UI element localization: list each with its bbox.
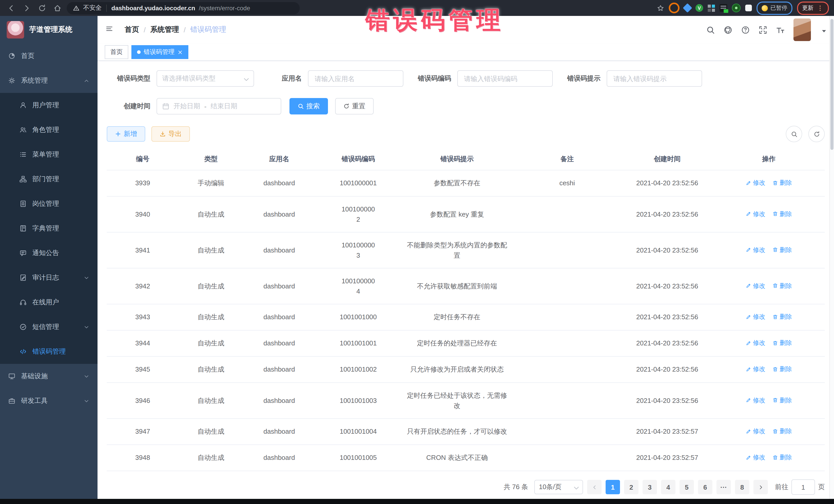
font-size-icon[interactable] xyxy=(776,25,785,34)
sidebar-item-notice[interactable]: 通知公告 xyxy=(0,241,97,265)
chevron-left-icon xyxy=(592,484,597,490)
prev-page-button[interactable] xyxy=(587,480,601,494)
delete-link[interactable]: 删除 xyxy=(772,365,792,374)
export-button[interactable]: 导出 xyxy=(151,126,190,141)
sidebar-item-dict[interactable]: 字典管理 xyxy=(0,216,97,241)
window-scrollbar[interactable] xyxy=(829,16,834,499)
paused-extension-badge[interactable]: 已暂停 xyxy=(756,1,792,15)
tab-close-icon[interactable] xyxy=(178,49,183,54)
dashboard-icon xyxy=(8,52,15,60)
refresh-table-button[interactable] xyxy=(808,126,825,142)
extension-grid-icon[interactable] xyxy=(708,4,715,12)
page-size-select[interactable]: 10条/页 xyxy=(534,480,583,494)
extension-ring-icon[interactable] xyxy=(669,3,680,13)
cell-id: 3942 xyxy=(107,268,179,304)
browser-back-icon[interactable] xyxy=(7,4,15,12)
browser-update-button[interactable]: 更新 xyxy=(797,1,829,15)
page-button-2[interactable]: 2 xyxy=(624,480,638,494)
edit-link[interactable]: 修改 xyxy=(746,395,765,405)
delete-link[interactable]: 删除 xyxy=(772,426,792,436)
breadcrumb-system[interactable]: 系统管理 xyxy=(150,25,179,35)
sidebar-item-online-user[interactable]: 在线用户 xyxy=(0,290,97,314)
edit-link[interactable]: 修改 xyxy=(746,209,765,218)
edit-link[interactable]: 修改 xyxy=(746,338,765,348)
toggle-search-button[interactable] xyxy=(786,126,802,142)
page-button-5[interactable]: 5 xyxy=(680,480,694,494)
page-button-1[interactable]: 1 xyxy=(606,480,620,494)
edit-link[interactable]: 修改 xyxy=(746,426,765,436)
extension-gem-icon[interactable] xyxy=(683,3,692,13)
sidebar-item-post[interactable]: 岗位管理 xyxy=(0,192,97,216)
breadcrumb-home[interactable]: 首页 xyxy=(125,25,139,35)
goto-page-input[interactable] xyxy=(791,479,815,495)
edit-link[interactable]: 修改 xyxy=(746,453,765,462)
sidebar-item-dev-tools[interactable]: 研发工具 xyxy=(0,389,97,413)
delete-link[interactable]: 删除 xyxy=(772,453,792,462)
cell-memo xyxy=(513,419,621,445)
hamburger-icon[interactable] xyxy=(106,25,115,35)
tab-home[interactable]: 首页 xyxy=(105,45,128,59)
extension-green-v-icon[interactable]: V xyxy=(696,4,703,12)
sidebar-item-dept[interactable]: 部门管理 xyxy=(0,167,97,192)
edit-link[interactable]: 修改 xyxy=(746,365,765,374)
error-type-select[interactable]: 请选择错误码类型 xyxy=(156,70,254,87)
cell-app: dashboard xyxy=(243,419,315,445)
fullscreen-icon[interactable] xyxy=(759,25,767,34)
sidebar-item-role[interactable]: 角色管理 xyxy=(0,117,97,142)
edit-link[interactable]: 修改 xyxy=(746,281,765,290)
delete-link[interactable]: 删除 xyxy=(772,245,792,254)
delete-link[interactable]: 删除 xyxy=(772,312,792,321)
search-button[interactable]: 搜索 xyxy=(289,98,328,114)
sidebar-item-error-code[interactable]: 错误码管理 xyxy=(0,339,97,364)
sidebar-item-user[interactable]: 用户管理 xyxy=(0,93,97,117)
help-icon[interactable] xyxy=(741,25,750,34)
page-ellipsis[interactable]: ··· xyxy=(717,480,731,494)
github-icon[interactable] xyxy=(724,25,732,34)
sidebar-item-infra[interactable]: 基础设施 xyxy=(0,364,97,389)
date-range-picker[interactable]: 开始日期 - 结束日期 xyxy=(156,98,281,114)
extension-puzzle-icon[interactable] xyxy=(745,5,752,11)
edit-link[interactable]: 修改 xyxy=(746,178,765,187)
cell-memo xyxy=(513,356,621,382)
tab-error-code[interactable]: 错误码管理 xyxy=(131,45,188,59)
page-button-3[interactable]: 3 xyxy=(642,480,657,494)
avatar[interactable] xyxy=(793,19,811,41)
browser-home-icon[interactable] xyxy=(53,4,62,12)
delete-link[interactable]: 删除 xyxy=(772,178,792,187)
edit-link[interactable]: 修改 xyxy=(746,312,765,321)
browser-reload-icon[interactable] xyxy=(38,4,46,12)
browser-forward-icon[interactable] xyxy=(23,4,31,12)
scrollbar-thumb[interactable] xyxy=(830,19,833,150)
app-logo-row[interactable]: 芋道管理系统 xyxy=(0,16,97,44)
reset-button[interactable]: 重置 xyxy=(335,98,374,114)
browser-menu-icon[interactable] xyxy=(816,4,824,12)
sidebar-item-system[interactable]: 系统管理 xyxy=(0,68,97,93)
edit-link[interactable]: 修改 xyxy=(746,245,765,254)
add-button[interactable]: 新增 xyxy=(107,126,145,141)
bookmark-star-icon[interactable] xyxy=(657,4,664,12)
delete-link[interactable]: 删除 xyxy=(772,209,792,218)
address-bar[interactable]: 不安全 dashboard.yudao.iocoder.cn/system/er… xyxy=(67,2,300,14)
sidebar-item-menu[interactable]: 菜单管理 xyxy=(0,142,97,167)
sidebar-item-audit-log[interactable]: 审计日志 xyxy=(0,265,97,290)
code-icon xyxy=(20,348,27,355)
error-hint-input[interactable] xyxy=(612,74,697,83)
reload-icon xyxy=(343,103,350,109)
delete-link[interactable]: 删除 xyxy=(772,395,792,405)
app-name-input[interactable] xyxy=(313,74,398,83)
delete-link[interactable]: 删除 xyxy=(772,338,792,348)
sidebar-item-home[interactable]: 首页 xyxy=(0,44,97,68)
sidebar-item-sms[interactable]: 短信管理 xyxy=(0,314,97,339)
delete-link[interactable]: 删除 xyxy=(772,281,792,290)
page-button-6[interactable]: 6 xyxy=(698,480,712,494)
cell-actions: 修改删除 xyxy=(713,382,825,419)
page-button-8[interactable]: 8 xyxy=(735,480,749,494)
search-icon[interactable] xyxy=(706,25,715,34)
next-page-button[interactable] xyxy=(753,480,768,494)
extension-key-icon[interactable] xyxy=(732,4,741,12)
avatar-caret-down-icon[interactable] xyxy=(820,27,826,33)
page-button-4[interactable]: 4 xyxy=(661,480,675,494)
cell-message: 定时任务已经处于该状态，无需修改 xyxy=(401,382,513,419)
error-code-input[interactable] xyxy=(463,74,547,83)
extension-switch-icon[interactable] xyxy=(720,4,727,12)
